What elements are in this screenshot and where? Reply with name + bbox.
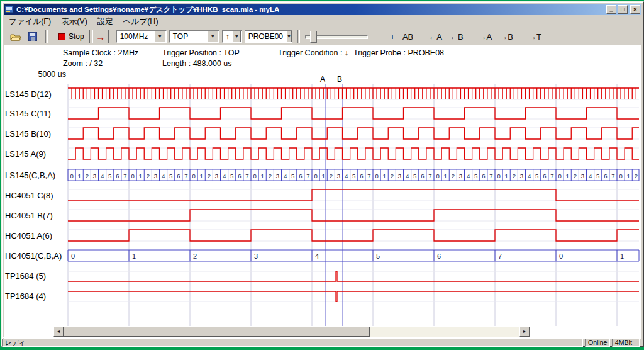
trigger-position-value: TOP — [170, 32, 208, 41]
channel-label: HC4051 A(6) — [5, 231, 52, 240]
zoom-text: Zoom : / 32 — [63, 59, 103, 68]
stop-icon — [58, 33, 65, 40]
menu-help[interactable]: ヘルプ(H) — [118, 15, 164, 28]
probe-select[interactable]: PROBE00 ▼ — [245, 30, 292, 43]
waveform-client-area — [4, 45, 641, 339]
goto-cursor-b-left-button[interactable]: ←B — [447, 31, 466, 43]
channel-label: LS145 D(12) — [5, 89, 52, 99]
toolbar-separator — [45, 30, 48, 43]
channel-label: TP1684 (4) — [5, 291, 46, 301]
menu-file[interactable]: ファイル(F) — [4, 15, 56, 28]
maximize-button[interactable]: □ — [618, 5, 628, 14]
run-button[interactable]: → — [92, 30, 109, 43]
channel-label: HC4051 C(8) — [5, 191, 53, 200]
channel-label: TP1684 (5) — [5, 271, 46, 281]
stop-button[interactable]: Stop — [53, 30, 90, 43]
scroll-right-button[interactable]: ► — [519, 327, 530, 337]
status-ready: レディ — [2, 339, 583, 347]
chevron-down-icon[interactable]: ▼ — [208, 31, 218, 42]
save-button[interactable] — [25, 30, 40, 43]
scroll-left-button[interactable]: ◄ — [53, 327, 64, 337]
horizontal-scrollbar[interactable]: ◄ ► — [53, 327, 530, 337]
channel-label: HC4051 B(7) — [5, 211, 53, 220]
close-button[interactable]: × — [630, 5, 640, 14]
scrollbar-thumb[interactable] — [64, 327, 370, 337]
trigger-position-select[interactable]: TOP ▼ — [169, 30, 219, 43]
goto-trigger-button[interactable]: →T — [526, 31, 544, 43]
toolbar-separator — [297, 30, 300, 43]
chevron-down-icon[interactable]: ▼ — [233, 31, 241, 42]
trigger-edge-select[interactable]: ↑ ▼ — [222, 30, 242, 43]
probe-value: PROBE00 — [245, 32, 286, 41]
open-button[interactable] — [8, 30, 23, 43]
goto-cursor-a-right-button[interactable]: →A — [476, 31, 495, 43]
channel-label: HC4051(C,B,A) — [5, 251, 62, 261]
zoom-slider[interactable] — [305, 30, 368, 43]
trigger-probe-text: Trigger Probe : PROBE08 — [353, 48, 444, 57]
toolbar: Stop → 100MHz ▼ TOP ▼ ↑ ▼ PROBE00 ▼ − + … — [4, 28, 641, 45]
cursor-ab-button[interactable]: AB — [400, 31, 416, 43]
slider-thumb[interactable] — [310, 31, 317, 43]
sample-clock-text: Sample Clock : 2MHz — [63, 48, 138, 57]
window-title: C:¥Documents and Settings¥noname¥デスクトップ¥… — [16, 5, 279, 14]
status-bar: レディ Online 4MBit — [2, 337, 640, 347]
floppy-icon — [28, 32, 37, 41]
chevron-down-icon[interactable]: ▼ — [286, 31, 292, 42]
timebase-label: 5000 us — [35, 70, 66, 79]
channel-label: LS145 A(9) — [5, 149, 46, 159]
status-online: Online — [585, 339, 610, 347]
zoom-in-button[interactable]: + — [387, 31, 397, 43]
trigger-position-text: Trigger Position : TOP — [162, 48, 240, 57]
title-bar[interactable]: C:¥Documents and Settings¥noname¥デスクトップ¥… — [4, 4, 641, 15]
channel-label: LS145 B(10) — [5, 129, 51, 138]
stop-label: Stop — [69, 32, 84, 41]
zoom-out-button[interactable]: − — [375, 31, 386, 43]
menu-settings[interactable]: 設定 — [92, 15, 118, 28]
chevron-down-icon[interactable]: ▼ — [155, 31, 165, 42]
trigger-condition-text: Trigger Condition : ↓ — [278, 48, 348, 57]
status-memory: 4MBit — [612, 339, 640, 347]
channel-label: LS145 C(11) — [5, 109, 51, 118]
trigger-edge-value: ↑ — [223, 32, 233, 41]
desktop: { "window": { "title": "C:¥Documents and… — [0, 0, 644, 350]
channel-label: LS145(C,B,A) — [5, 171, 55, 180]
menu-bar: ファイル(F) 表示(V) 設定 ヘルプ(H) — [4, 15, 641, 28]
open-folder-icon — [10, 33, 21, 41]
goto-cursor-a-left-button[interactable]: ←A — [426, 31, 445, 43]
clock-select[interactable]: 100MHz ▼ — [116, 30, 167, 43]
goto-cursor-b-right-button[interactable]: →B — [497, 31, 516, 43]
length-text: Length : 488.000 us — [162, 59, 232, 68]
minimize-button[interactable]: _ — [606, 5, 616, 14]
clock-value: 100MHz — [117, 32, 155, 41]
window-controls: _ □ × — [606, 5, 640, 14]
app-icon — [5, 5, 14, 14]
menu-view[interactable]: 表示(V) — [56, 15, 92, 28]
